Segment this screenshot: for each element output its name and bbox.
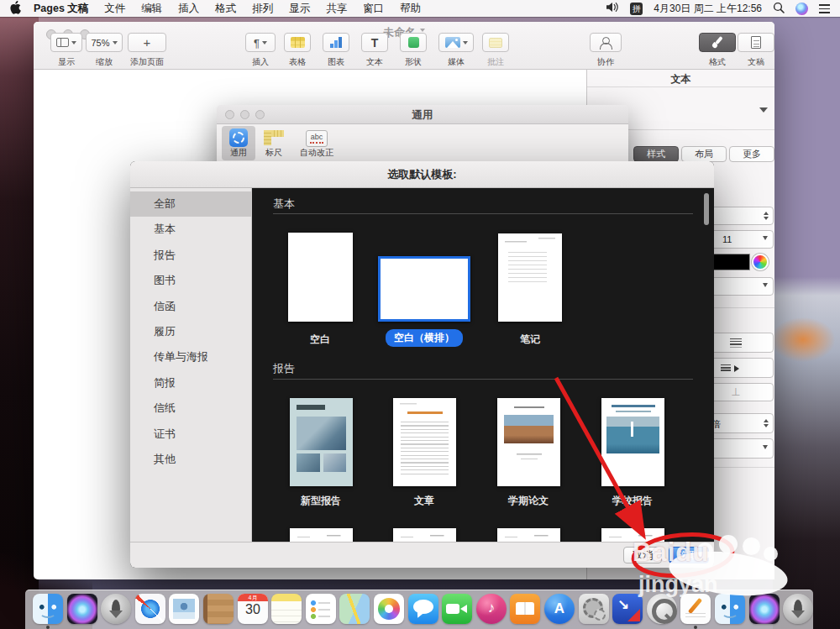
menu-arrange[interactable]: 排列 <box>252 2 273 16</box>
dock-ibooks-icon[interactable] <box>510 594 540 624</box>
format-button[interactable] <box>699 33 736 52</box>
dock-mail-icon[interactable] <box>169 594 199 624</box>
template-partial[interactable] <box>601 528 664 542</box>
volume-icon[interactable] <box>606 2 619 15</box>
siri-icon[interactable] <box>795 3 808 15</box>
sidebar-item-letters[interactable]: 信函 <box>130 294 251 319</box>
zoom-button[interactable]: 75% <box>86 33 123 52</box>
dock-notes-icon[interactable] <box>271 594 302 624</box>
menu-window[interactable]: 窗口 <box>363 2 384 16</box>
dock-facetime-icon[interactable] <box>442 594 472 624</box>
template-partial[interactable] <box>497 528 560 542</box>
paragraph-icon <box>254 35 260 50</box>
dock-quicktime-icon[interactable] <box>647 594 677 624</box>
sidebar-item-certificates[interactable]: 证书 <box>130 422 251 447</box>
template-blank[interactable] <box>288 233 353 322</box>
prefs-tab-rulers[interactable]: 标尺 <box>257 126 291 160</box>
dock-maps-icon[interactable] <box>339 594 370 624</box>
cancel-button[interactable]: 取消 <box>623 547 662 563</box>
template-grid: 基本 空白 空白（横排） 笔记 报告 新型报告 文章 学期论文 学校报告 <box>253 188 714 542</box>
sidebar-item-basic[interactable]: 基本 <box>130 217 251 242</box>
template-essay[interactable] <box>393 398 456 486</box>
dock-siri-icon[interactable] <box>67 594 97 624</box>
tab-layout[interactable]: 布局 <box>681 146 727 162</box>
sidebar-item-reports[interactable]: 报告 <box>130 243 251 268</box>
menu-help[interactable]: 帮助 <box>400 2 421 16</box>
menu-file[interactable]: 文件 <box>104 2 125 16</box>
template-note-taking[interactable] <box>498 233 562 322</box>
template-modern-report[interactable] <box>290 398 353 486</box>
tab-more[interactable]: 更多 <box>729 146 774 162</box>
notification-center-icon[interactable] <box>819 4 830 13</box>
view-button[interactable] <box>50 33 82 52</box>
media-icon <box>445 37 460 48</box>
text-button[interactable] <box>361 33 388 52</box>
scrollbar-thumb[interactable] <box>704 193 709 225</box>
menu-insert[interactable]: 插入 <box>178 2 199 16</box>
sidebar-item-stationery[interactable]: 信纸 <box>130 396 251 421</box>
dock-reminders-icon[interactable] <box>306 594 336 624</box>
template-partial[interactable] <box>393 528 456 542</box>
sidebar-item-all[interactable]: 全部 <box>130 191 251 217</box>
sidebar-item-resumes[interactable]: 履历 <box>130 319 251 344</box>
sidebar-item-books[interactable]: 图书 <box>130 268 251 293</box>
sidebar-item-newsletters[interactable]: 简报 <box>130 370 251 396</box>
menu-format[interactable]: 格式 <box>215 2 236 16</box>
spotlight-search-icon[interactable] <box>773 2 785 16</box>
menu-edit[interactable]: 编辑 <box>141 2 162 16</box>
add-page-button[interactable] <box>128 33 166 52</box>
media-button[interactable] <box>438 33 474 52</box>
color-wheel-button[interactable] <box>752 254 769 270</box>
template-term-paper[interactable] <box>497 398 560 486</box>
menubar-clock[interactable]: 4月30日 周二 上午12:56 <box>654 2 762 16</box>
dock-safari-icon[interactable] <box>135 594 165 624</box>
media-label: 媒体 <box>438 56 474 68</box>
comment-button[interactable] <box>482 33 509 52</box>
document-panel-button[interactable] <box>738 33 774 52</box>
wallpaper-mountain-right <box>773 0 840 629</box>
chevron-down-icon <box>262 41 267 47</box>
menu-share[interactable]: 共享 <box>326 2 347 16</box>
template-label: 学校报告 <box>612 494 653 508</box>
style-dropdown-arrow-icon[interactable] <box>759 107 768 117</box>
dock-remote-app-icon[interactable] <box>612 594 643 624</box>
shape-icon <box>408 37 419 48</box>
template-partial[interactable] <box>290 528 353 542</box>
apple-menu[interactable] <box>10 1 21 17</box>
prefs-tab-general[interactable]: 通用 <box>222 126 255 160</box>
pages-window-titlebar: 未命名 显示 75% 缩放 添加页面 插入 表格 图表 文本 形状 媒体 批注 … <box>34 22 774 70</box>
sidebar-item-flyers-posters[interactable]: 传单与海报 <box>130 344 251 370</box>
chevron-down-icon <box>763 283 768 290</box>
insert-label: 插入 <box>245 56 276 68</box>
dock-photos-icon[interactable] <box>374 594 404 624</box>
table-button[interactable] <box>284 33 311 52</box>
dock-rocket-icon[interactable] <box>783 594 813 624</box>
input-method-badge[interactable]: 拼 <box>630 3 643 15</box>
prefs-tab-autocorrect[interactable]: abc 自动改正 <box>292 126 341 160</box>
dock-messages-icon[interactable] <box>408 594 438 624</box>
shape-button[interactable] <box>400 33 427 52</box>
chevron-down-icon <box>763 236 768 243</box>
dock-finder-alt-icon[interactable] <box>715 594 745 624</box>
preferences-toolbar: 通用 标尺 abc 自动改正 <box>217 124 628 162</box>
collaborate-button[interactable] <box>590 33 622 52</box>
dock-system-preferences-icon[interactable] <box>579 594 609 624</box>
section-heading-reports: 报告 <box>273 361 295 376</box>
dock-finder-icon[interactable] <box>33 594 63 624</box>
dock-itunes-icon[interactable] <box>476 594 507 624</box>
menu-app-pages[interactable]: Pages 文稿 <box>34 2 88 16</box>
dock-launchpad-icon[interactable] <box>101 594 131 624</box>
chart-button[interactable] <box>323 33 349 52</box>
insert-button[interactable] <box>245 33 276 52</box>
dock-app-store-icon[interactable] <box>544 594 575 624</box>
dock-contacts-icon[interactable] <box>203 594 234 624</box>
dock-pages-icon[interactable] <box>680 594 711 624</box>
template-blank-landscape[interactable] <box>378 256 470 322</box>
dock-calendar-icon[interactable]: 4月 30 <box>238 594 268 624</box>
template-school-report[interactable] <box>601 398 664 486</box>
tab-style[interactable]: 样式 <box>633 146 679 162</box>
sidebar-item-others[interactable]: 其他 <box>130 447 251 472</box>
dock-siri-alt-icon[interactable] <box>749 594 780 624</box>
choose-button[interactable]: 选取 <box>669 547 709 563</box>
menu-view[interactable]: 显示 <box>289 2 310 16</box>
